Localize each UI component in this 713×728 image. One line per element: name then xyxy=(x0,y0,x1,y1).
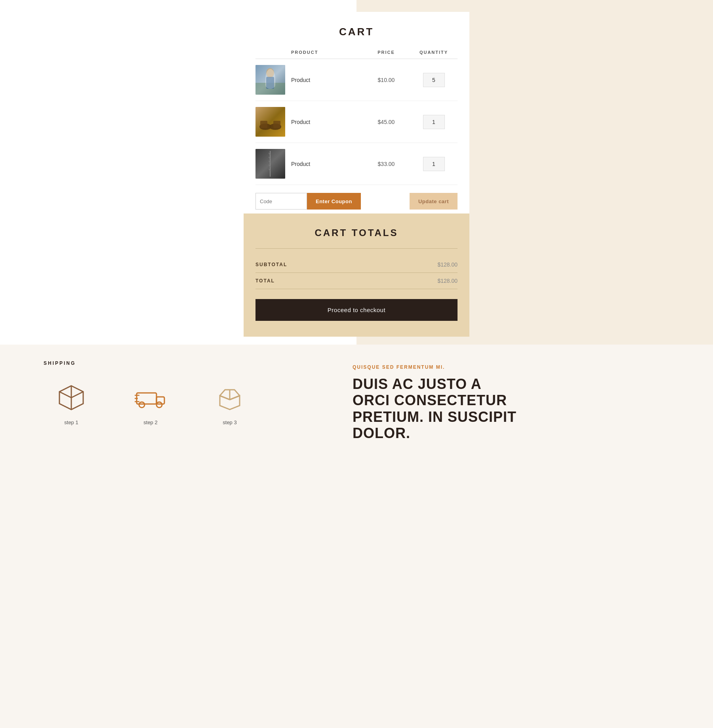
cart-totals-title: CART TOTALS xyxy=(255,227,458,238)
product-quantity-2[interactable] xyxy=(410,115,458,129)
product-price-3: $33.00 xyxy=(362,161,410,167)
svg-rect-4 xyxy=(255,107,285,137)
svg-rect-7 xyxy=(260,121,267,128)
coupon-left: Enter Coupon xyxy=(255,193,361,210)
coupon-row: Enter Coupon Update cart xyxy=(255,193,458,210)
shipping-steps: step 1 xyxy=(44,382,321,425)
cart-section: CART PRODUCT PRICE QUANTITY xyxy=(244,12,469,213)
total-value: $128.00 xyxy=(437,278,458,284)
checkout-button[interactable]: Proceed to checkout xyxy=(255,299,458,321)
svg-line-19 xyxy=(71,392,83,398)
svg-line-18 xyxy=(59,392,71,398)
truck-icon xyxy=(135,382,166,414)
box-icon xyxy=(55,382,87,414)
col-product-header: PRODUCT xyxy=(291,50,362,55)
svg-rect-8 xyxy=(273,121,280,128)
product-price-2: $45.00 xyxy=(362,119,410,125)
cart-totals-section: CART TOTALS SUBTOTAL $128.00 TOTAL $128.… xyxy=(244,213,469,337)
product-name-1: Product xyxy=(291,77,362,83)
enter-coupon-button[interactable]: Enter Coupon xyxy=(307,193,361,210)
shipping-right: QUISQUE SED FERMENTUM MI. DUIS AC JUSTO … xyxy=(321,360,519,442)
qty-input-3[interactable] xyxy=(423,157,445,171)
product-name-3: Product xyxy=(291,161,362,167)
product-quantity-1[interactable] xyxy=(410,73,458,87)
update-cart-button[interactable]: Update cart xyxy=(410,193,458,210)
product-image-1 xyxy=(255,65,285,95)
qty-input-2[interactable] xyxy=(423,115,445,129)
cart-title: CART xyxy=(255,26,458,38)
shipping-subtitle: QUISQUE SED FERMENTUM MI. xyxy=(353,364,519,370)
product-name-2: Product xyxy=(291,119,362,125)
col-quantity-header: QUANTITY xyxy=(410,50,458,55)
svg-line-29 xyxy=(220,396,230,400)
totals-divider xyxy=(255,248,458,249)
step-2-label: step 2 xyxy=(143,419,157,425)
cart-row: Product $10.00 xyxy=(255,59,458,101)
cart-table-header: PRODUCT PRICE QUANTITY xyxy=(255,50,458,59)
svg-point-2 xyxy=(266,68,274,78)
shipping-step-2: step 2 xyxy=(123,382,178,425)
shipping-left: SHIPPING xyxy=(44,360,321,442)
open-box-icon xyxy=(214,382,246,414)
shipping-heading: DUIS AC JUSTO A ORCI CONSECTETUR PRETIUM… xyxy=(353,376,519,442)
total-label: TOTAL xyxy=(255,278,275,284)
product-image-3 xyxy=(255,149,285,179)
col-image xyxy=(255,50,291,55)
subtotal-row: SUBTOTAL $128.00 xyxy=(255,257,458,273)
cart-row: Product $33.00 xyxy=(255,143,458,185)
svg-line-30 xyxy=(230,396,240,400)
coupon-input[interactable] xyxy=(255,193,307,210)
shipping-step-3: step 3 xyxy=(202,382,257,425)
col-price-header: PRICE xyxy=(362,50,410,55)
step-1-label: step 1 xyxy=(64,419,78,425)
product-quantity-3[interactable] xyxy=(410,157,458,171)
svg-point-22 xyxy=(139,402,145,408)
shipping-label: SHIPPING xyxy=(44,360,321,366)
total-row: TOTAL $128.00 xyxy=(255,273,458,289)
qty-input-1[interactable] xyxy=(423,73,445,87)
svg-point-23 xyxy=(156,402,162,408)
product-price-1: $10.00 xyxy=(362,77,410,83)
svg-rect-3 xyxy=(266,77,274,89)
shipping-section: SHIPPING xyxy=(0,337,713,457)
product-image-2 xyxy=(255,107,285,137)
shipping-step-1: step 1 xyxy=(44,382,99,425)
subtotal-value: $128.00 xyxy=(437,261,458,268)
cart-row: Product $45.00 xyxy=(255,101,458,143)
subtotal-label: SUBTOTAL xyxy=(255,262,287,267)
step-3-label: step 3 xyxy=(223,419,236,425)
